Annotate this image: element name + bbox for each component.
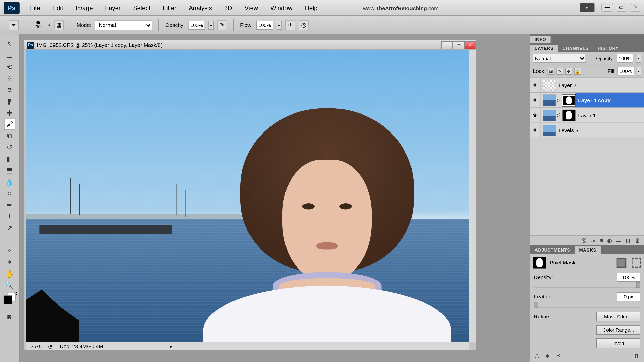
- mask-link-icon[interactable]: ⛓: [556, 98, 560, 103]
- layer-fx-icon[interactable]: fx: [591, 237, 595, 243]
- new-layer-icon[interactable]: ▥: [626, 237, 631, 243]
- history-brush-tool[interactable]: ↺: [4, 142, 15, 153]
- visibility-toggle[interactable]: 👁: [530, 108, 541, 123]
- close-button[interactable]: ✕: [630, 3, 641, 11]
- menu-window[interactable]: Window: [264, 2, 299, 14]
- eraser-tool[interactable]: ◧: [4, 153, 15, 164]
- hand-tool[interactable]: ✋: [4, 268, 15, 279]
- quick-mask-tool[interactable]: ◙: [4, 311, 15, 323]
- eyedropper-tool[interactable]: ⁋: [4, 96, 15, 107]
- menu-layer[interactable]: Layer: [99, 2, 127, 14]
- canvas[interactable]: [26, 50, 469, 342]
- menu-filter[interactable]: Filter: [156, 2, 183, 14]
- layer-name[interactable]: Layer 1 copy: [578, 97, 611, 103]
- vector-mask-button[interactable]: [632, 258, 641, 268]
- minimize-button[interactable]: —: [601, 3, 613, 11]
- layer-name[interactable]: Layer 1: [578, 112, 596, 118]
- visibility-toggle[interactable]: 👁: [530, 123, 541, 138]
- doc-minimize-button[interactable]: —: [441, 41, 453, 49]
- airbrush-icon[interactable]: ✈: [285, 20, 295, 30]
- info-tab[interactable]: INFO: [530, 36, 550, 43]
- history-tab[interactable]: HISTORY: [593, 45, 623, 52]
- layer-thumbnail[interactable]: [543, 124, 556, 136]
- crop-tool[interactable]: ⟏: [4, 84, 15, 96]
- tool-preset-picker[interactable]: ✒: [9, 20, 19, 30]
- color-range-button[interactable]: Color Range...: [596, 325, 640, 335]
- blur-tool[interactable]: 💧: [4, 176, 15, 187]
- brush-preset-picker[interactable]: 90: [31, 18, 45, 31]
- mask-edge-button[interactable]: Mask Edge...: [596, 312, 640, 321]
- menu-image[interactable]: Image: [69, 2, 99, 14]
- type-tool[interactable]: T: [4, 211, 15, 222]
- layer-thumbnail[interactable]: [543, 94, 556, 106]
- feather-input[interactable]: [617, 292, 640, 301]
- doc-maximize-button[interactable]: ▭: [453, 41, 464, 49]
- layer-blend-mode[interactable]: Normal: [533, 54, 586, 63]
- delete-mask-icon[interactable]: 🗑: [634, 353, 640, 359]
- lock-pixels-icon[interactable]: ✎: [556, 68, 563, 75]
- layer-row[interactable]: 👁 ⛓ Layer 1: [530, 108, 644, 123]
- collapse-panels-button[interactable]: »: [580, 3, 595, 12]
- flow-flyout[interactable]: ▸: [277, 21, 282, 29]
- magic-wand-tool[interactable]: ✧: [4, 72, 15, 84]
- menu-view[interactable]: View: [238, 2, 264, 14]
- marquee-tool[interactable]: ▭: [4, 50, 15, 61]
- opacity-flyout[interactable]: ▸: [209, 21, 214, 29]
- mask-thumbnail[interactable]: [562, 94, 575, 106]
- density-input[interactable]: [617, 273, 640, 282]
- dodge-tool[interactable]: ○: [4, 187, 15, 199]
- menu-file[interactable]: File: [24, 2, 46, 14]
- apply-mask-icon[interactable]: ◆: [545, 353, 549, 359]
- move-tool[interactable]: ↖: [4, 38, 15, 49]
- disable-mask-icon[interactable]: 👁: [556, 353, 561, 359]
- layer-opacity-input[interactable]: [617, 54, 633, 63]
- vertical-scrollbar[interactable]: [469, 50, 476, 342]
- layer-name[interactable]: Levels 3: [559, 127, 578, 133]
- lock-transparency-icon[interactable]: ▨: [547, 68, 554, 75]
- healing-brush-tool[interactable]: ✚: [4, 107, 15, 118]
- opacity-input[interactable]: [188, 21, 205, 29]
- layer-opacity-flyout[interactable]: ▸: [636, 54, 641, 63]
- horizontal-scrollbar[interactable]: [175, 342, 469, 350]
- doc-close-button[interactable]: ✕: [464, 41, 476, 49]
- masks-tab[interactable]: MASKS: [575, 246, 601, 254]
- density-slider[interactable]: [534, 283, 640, 288]
- blend-mode-select[interactable]: Normal: [95, 20, 152, 30]
- document-titlebar[interactable]: Ps IMG_0952.CR2 @ 25% (Layer 1 copy, Lay…: [24, 40, 476, 50]
- mask-link-icon[interactable]: ⛓: [556, 113, 560, 118]
- adjustments-tab[interactable]: ADJUSTMENTS: [530, 246, 575, 254]
- restore-button[interactable]: ▭: [616, 3, 627, 11]
- tablet-opacity-icon[interactable]: ✎: [218, 20, 227, 30]
- shape-tool[interactable]: ▭: [4, 234, 15, 245]
- 3d-tool[interactable]: ⟐: [4, 245, 15, 256]
- fill-flyout[interactable]: ▸: [636, 67, 641, 76]
- menu-select[interactable]: Select: [127, 2, 156, 14]
- lock-all-icon[interactable]: 🔒: [574, 68, 581, 75]
- gradient-tool[interactable]: ▦: [4, 164, 15, 176]
- link-layers-icon[interactable]: ⛓: [581, 237, 587, 243]
- visibility-toggle[interactable]: 👁: [530, 93, 541, 108]
- invert-button[interactable]: Invert: [596, 338, 640, 348]
- layer-thumbnail[interactable]: [543, 79, 556, 91]
- fill-input[interactable]: [617, 67, 634, 76]
- zoom-level[interactable]: 25%: [30, 343, 41, 349]
- mask-preview-thumbnail[interactable]: [533, 257, 546, 268]
- lock-position-icon[interactable]: ✥: [565, 68, 572, 75]
- lasso-tool[interactable]: ⟲: [4, 61, 15, 72]
- layer-row[interactable]: 👁 Layer 2: [530, 78, 644, 93]
- flow-input[interactable]: [256, 21, 273, 29]
- adjustment-layer-icon[interactable]: ◐: [607, 237, 612, 243]
- menu-analysis[interactable]: Analysis: [183, 2, 218, 14]
- menu-help[interactable]: Help: [299, 2, 324, 14]
- layers-tab[interactable]: LAYERS: [530, 45, 558, 52]
- color-swatches[interactable]: ⤭: [3, 293, 17, 309]
- new-group-icon[interactable]: ▬: [616, 237, 621, 243]
- menu-3d[interactable]: 3D: [218, 2, 238, 14]
- pixel-mask-button[interactable]: [617, 258, 626, 268]
- layer-thumbnail[interactable]: [543, 109, 556, 121]
- mask-thumbnail[interactable]: [562, 109, 575, 121]
- brush-panel-toggle[interactable]: ▦: [54, 20, 64, 30]
- zoom-tool[interactable]: 🔍: [4, 279, 15, 291]
- layer-row[interactable]: 👁 ⛓ Layer 1 copy: [530, 93, 644, 108]
- 3d-camera-tool[interactable]: ⌖: [4, 257, 15, 268]
